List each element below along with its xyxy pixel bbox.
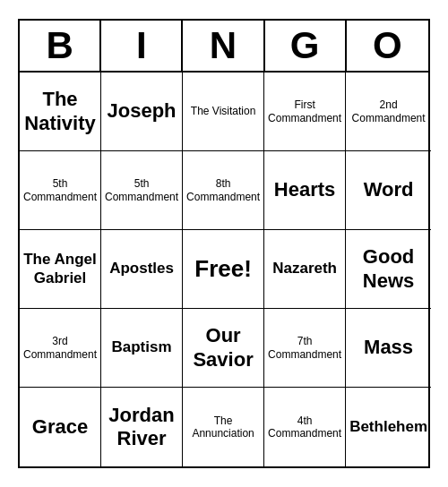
bingo-cell: Nazareth (264, 230, 346, 309)
bingo-header: BINGO (20, 21, 428, 73)
bingo-cell: 2nd Commandment (346, 73, 431, 151)
bingo-cell: First Commandment (264, 73, 346, 151)
bingo-grid: The NativityJosephThe VisitationFirst Co… (20, 73, 428, 466)
bingo-cell: Mass (346, 309, 431, 388)
bingo-cell: Joseph (101, 73, 183, 151)
bingo-cell: Baptism (101, 309, 183, 388)
header-letter: O (347, 21, 428, 71)
bingo-cell: 5th Commandment (101, 151, 183, 230)
bingo-cell: Good News (346, 230, 431, 309)
header-letter: B (20, 21, 101, 71)
bingo-cell: 7th Commandment (264, 309, 346, 388)
bingo-cell: The Visitation (183, 73, 264, 151)
bingo-cell: Our Savior (183, 309, 264, 388)
header-letter: N (183, 21, 264, 71)
bingo-cell: Jordan River (101, 388, 183, 466)
bingo-cell: The Annunciation (183, 388, 264, 466)
bingo-cell: Bethlehem (346, 388, 431, 466)
bingo-cell: Word (346, 151, 431, 230)
bingo-cell: Free! (183, 230, 264, 309)
bingo-cell: 5th Commandment (20, 151, 101, 230)
bingo-cell: 3rd Commandment (20, 309, 101, 388)
bingo-card: BINGO The NativityJosephThe VisitationFi… (18, 19, 430, 468)
bingo-cell: Hearts (264, 151, 346, 230)
header-letter: G (265, 21, 347, 71)
bingo-cell: 8th Commandment (183, 151, 264, 230)
bingo-cell: Apostles (101, 230, 183, 309)
bingo-cell: The Nativity (20, 73, 101, 151)
bingo-cell: Grace (20, 388, 101, 466)
bingo-cell: 4th Commandment (264, 388, 346, 466)
bingo-cell: The Angel Gabriel (20, 230, 101, 309)
header-letter: I (101, 21, 183, 71)
